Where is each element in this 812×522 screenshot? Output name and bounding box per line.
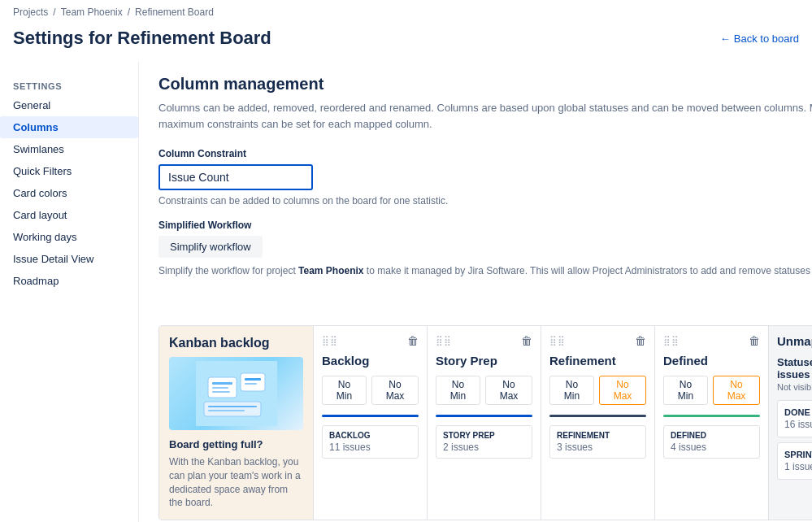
breadcrumb-sep-1: /	[53, 7, 55, 18]
delete-icon-refinement[interactable]: 🗑	[635, 334, 646, 347]
max-btn-refinement[interactable]: No Max	[599, 376, 646, 405]
sidebar: SETTINGS General Columns Swimlanes Quick…	[0, 62, 138, 522]
col-header-story-prep: ⣿⣿ 🗑	[436, 334, 532, 347]
divider-defined	[663, 415, 760, 417]
max-btn-defined[interactable]: No Max	[713, 376, 760, 405]
back-label: Back to board	[734, 33, 799, 45]
drag-handle-defined[interactable]: ⣿⣿	[663, 335, 680, 346]
min-btn-backlog[interactable]: No Min	[322, 376, 367, 405]
delete-icon-story-prep[interactable]: 🗑	[521, 334, 532, 347]
status-issues-refinement: 3 issues	[557, 442, 639, 453]
section-desc: Columns can be added, removed, reordered…	[158, 100, 812, 132]
svg-rect-6	[245, 378, 261, 381]
svg-rect-8	[204, 402, 261, 416]
kanban-backlog-title: Kanban backlog	[169, 336, 303, 350]
min-btn-story-prep[interactable]: No Min	[436, 376, 480, 405]
col-header-refinement: ⣿⣿ 🗑	[549, 334, 646, 347]
back-arrow-icon: ←	[720, 33, 731, 45]
drag-handle-refinement[interactable]: ⣿⣿	[549, 335, 566, 346]
min-btn-refinement[interactable]: No Min	[549, 376, 594, 405]
max-btn-backlog[interactable]: No Max	[371, 376, 419, 405]
svg-rect-3	[212, 387, 228, 389]
sidebar-item-columns[interactable]: Columns	[0, 116, 138, 138]
main-layout: SETTINGS General Columns Swimlanes Quick…	[0, 62, 812, 522]
svg-rect-2	[212, 382, 232, 385]
breadcrumb-projects[interactable]: Projects	[13, 7, 48, 18]
simplify-workflow-button[interactable]: Simplify workflow	[158, 236, 263, 258]
board-column-backlog: ⣿⣿ 🗑 Backlog No Min No Max BACKLOG 11 is…	[314, 326, 428, 520]
status-name-backlog: BACKLOG	[329, 431, 411, 440]
status-name-defined: DEFINED	[671, 431, 753, 440]
workflow-project: Team Phoenix	[298, 265, 363, 276]
constraint-hint: Constraints can be added to columns on t…	[158, 195, 812, 207]
kanban-card-title: Board getting full?	[169, 438, 303, 450]
min-btn-defined[interactable]: No Min	[663, 376, 708, 405]
page-title: Settings for Refinement Board	[13, 28, 271, 49]
constraints-refinement: No Min No Max	[549, 376, 646, 405]
constraint-label: Column Constraint	[158, 148, 812, 159]
unmapped-title: Unmapped ... ?	[777, 334, 812, 348]
divider-backlog	[322, 415, 419, 417]
divider-refinement	[549, 415, 646, 417]
sidebar-item-working-days[interactable]: Working days	[0, 226, 138, 248]
drag-handle-backlog[interactable]: ⣿⣿	[322, 335, 338, 346]
unmapped-status-done: DONE 16 issues	[777, 400, 812, 437]
unmapped-status-done-name: DONE	[784, 407, 812, 417]
unmapped-column: Unmapped ... ? Statuses containing issue…	[769, 326, 812, 520]
kanban-card-body: With the Kanban backlog, you can plan yo…	[169, 455, 303, 510]
svg-rect-10	[208, 410, 245, 411]
back-to-board-button[interactable]: ← Back to board	[720, 33, 799, 45]
add-column-row: Add column	[158, 294, 812, 315]
unmapped-status-sprint-issues: 1 issue	[784, 461, 812, 472]
col-title-refinement: Refinement	[549, 354, 646, 368]
sidebar-item-issue-detail[interactable]: Issue Detail View	[0, 248, 138, 270]
max-btn-story-prep[interactable]: No Max	[485, 376, 532, 405]
workflow-label: Simplified Workflow	[158, 220, 812, 231]
col-header-defined: ⣿⣿ 🗑	[663, 334, 760, 347]
col-header-backlog: ⣿⣿ 🗑	[322, 334, 419, 347]
constraint-select[interactable]: Issue Count Story Points	[158, 164, 313, 190]
sidebar-item-swimlanes[interactable]: Swimlanes	[0, 138, 138, 160]
status-tag-story-prep: STORY PREP 2 issues	[436, 425, 532, 459]
drag-handle-story-prep[interactable]: ⣿⣿	[436, 335, 452, 346]
breadcrumb-team-phoenix[interactable]: Team Phoenix	[61, 7, 123, 18]
page-header: Settings for Refinement Board ← Back to …	[0, 24, 812, 62]
col-title-defined: Defined	[663, 354, 760, 368]
delete-icon-defined[interactable]: 🗑	[749, 334, 760, 347]
columns-container: Kanban backlog	[158, 325, 812, 520]
board-column-story-prep: ⣿⣿ 🗑 Story Prep No Min No Max STORY PREP…	[428, 326, 541, 520]
svg-rect-4	[212, 391, 230, 393]
board-column-refinement: ⣿⣿ 🗑 Refinement No Min No Max REFINEMENT…	[541, 326, 655, 520]
constraint-select-wrapper: Issue Count Story Points ▾	[158, 164, 812, 190]
status-issues-backlog: 11 issues	[329, 442, 411, 453]
status-name-refinement: REFINEMENT	[557, 431, 639, 440]
status-tag-refinement: REFINEMENT 3 issues	[549, 425, 646, 459]
section-title: Column management	[158, 75, 812, 94]
breadcrumb-current: Refinement Board	[135, 7, 214, 18]
col-title-backlog: Backlog	[322, 354, 419, 368]
svg-rect-9	[208, 406, 257, 407]
status-tag-defined: DEFINED 4 issues	[663, 425, 760, 459]
breadcrumb-sep-2: /	[128, 7, 130, 18]
unmapped-status-done-issues: 16 issues	[784, 419, 812, 430]
constraints-backlog: No Min No Max	[322, 376, 419, 405]
sidebar-item-general[interactable]: General	[0, 94, 138, 116]
status-issues-defined: 4 issues	[671, 442, 753, 453]
unmapped-statuses-title: Statuses containing issues	[777, 356, 812, 381]
kanban-image	[169, 357, 303, 430]
col-title-story-prep: Story Prep	[436, 354, 532, 368]
breadcrumb: Projects / Team Phoenix / Refinement Boa…	[0, 0, 812, 24]
delete-icon-backlog[interactable]: 🗑	[407, 334, 419, 347]
sidebar-heading: SETTINGS	[0, 75, 138, 94]
status-tag-backlog: BACKLOG 11 issues	[322, 425, 419, 459]
sidebar-item-quick-filters[interactable]: Quick Filters	[0, 160, 138, 182]
unmapped-title-text: Unmapped ...	[777, 334, 812, 348]
column-constraint-group: Column Constraint Issue Count Story Poin…	[158, 148, 812, 207]
main-content: Column management Columns can be added, …	[138, 62, 812, 522]
sidebar-item-roadmap[interactable]: Roadmap	[0, 270, 138, 292]
status-name-story-prep: STORY PREP	[443, 431, 525, 440]
unmapped-status-sprint-name: SPRINT BACKL...	[784, 450, 812, 459]
sidebar-item-card-layout[interactable]: Card layout	[0, 204, 138, 226]
constraints-defined: No Min No Max	[663, 376, 760, 405]
sidebar-item-card-colors[interactable]: Card colors	[0, 182, 138, 204]
